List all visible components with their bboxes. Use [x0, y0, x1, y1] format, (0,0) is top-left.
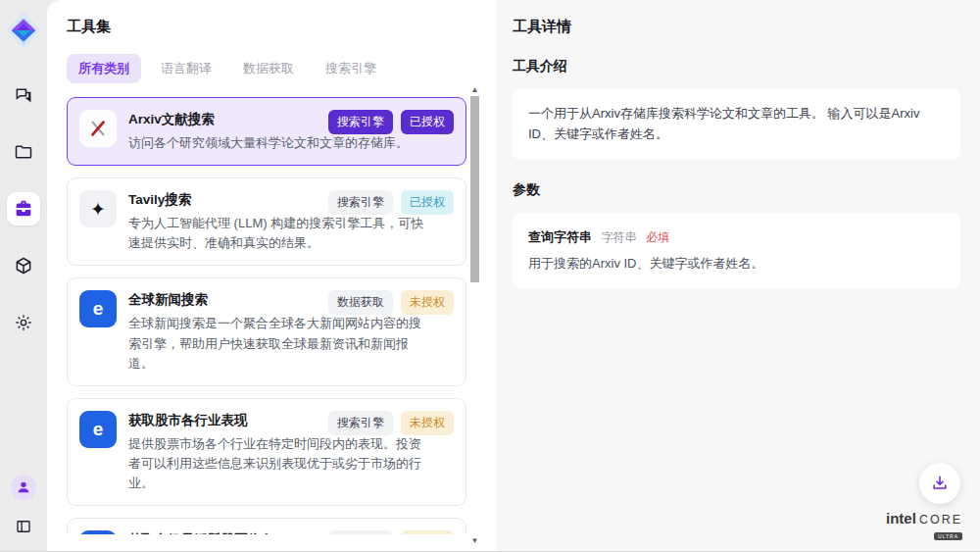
tab-3[interactable]: 搜索引擎 — [314, 54, 388, 83]
tab-1[interactable]: 语言翻译 — [149, 54, 223, 83]
params-heading: 参数 — [513, 181, 960, 199]
chat-icon[interactable] — [7, 78, 40, 112]
tool-description: 提供股票市场各个行业在特定时间段内的表现。投资者可以利用这些信息来识别表现优于或… — [128, 434, 427, 493]
tool-description: 全球新闻搜索是一个聚合全球各大新闻网站内容的搜索引擎，帮助用户快速获取全球最新资… — [128, 314, 427, 373]
intel-core-word: CORE — [919, 513, 962, 527]
tool-card[interactable]: e 全球新闻搜索 全球新闻搜索是一个聚合全球各大新闻网站内容的搜索引擎，帮助用户… — [67, 277, 466, 385]
app-window: 工具集 所有类别语言翻译数据获取搜索引擎 Arxiv文献搜索 访问各个研究领域大… — [0, 0, 980, 552]
blue-e-glyph: e — [93, 298, 104, 320]
scroll-up-icon[interactable]: ▲ — [468, 86, 481, 94]
auth-badge: 未授权 — [401, 411, 454, 435]
param-type: 字符串 — [602, 230, 637, 244]
tool-description: 访问各个研究领域大量科学论文和文章的存储库。 — [128, 133, 427, 153]
app-logo-icon — [5, 10, 42, 51]
param-name: 查询字符串 — [528, 229, 592, 244]
category-badge: 数据获取 — [328, 290, 393, 315]
category-badge: 搜索引擎 — [328, 110, 393, 134]
category-badge: 搜索引擎 — [328, 530, 393, 534]
tool-icon — [79, 110, 117, 147]
tab-2[interactable]: 数据获取 — [231, 54, 306, 83]
tab-0[interactable]: 所有类别 — [67, 54, 141, 83]
auth-badge: 已授权 — [401, 110, 454, 134]
tool-icon: e — [79, 530, 117, 534]
tool-icon: ✦ — [79, 190, 117, 227]
tool-card[interactable]: Arxiv文献搜索 访问各个研究领域大量科学论文和文章的存储库。 搜索引擎 已授… — [67, 97, 466, 166]
four-point-star-icon: ✦ — [90, 200, 106, 219]
gear-icon[interactable] — [7, 306, 40, 339]
tool-icon: e — [79, 411, 117, 448]
param-description: 用于搜索的Arxiv ID、关键字或作者姓名。 — [528, 255, 945, 273]
tool-card[interactable]: e 获取股市各行业表现 提供股票市场各个行业在特定时间段内的表现。投资者可以利用… — [67, 398, 466, 506]
tool-card[interactable]: ✦ Tavily搜索 专为人工智能代理 (LLM) 构建的搜索引擎工具，可快速提… — [67, 177, 466, 266]
download-button[interactable] — [919, 463, 960, 504]
param-required-label: 必填 — [646, 230, 669, 244]
user-avatar-icon[interactable] — [11, 475, 36, 500]
list-scrollbar[interactable]: ▲ ▼ — [468, 86, 481, 545]
param-box: 查询字符串 字符串 必填 用于搜索的Arxiv ID、关键字或作者姓名。 — [513, 213, 960, 288]
tool-description: 专为人工智能代理 (LLM) 构建的搜索引擎工具，可快速提供实时、准确和真实的结… — [128, 214, 427, 253]
intel-word: intel — [886, 510, 916, 527]
intel-core-logo: intel CORE ULTRA — [886, 510, 962, 541]
category-tabs: 所有类别语言翻译数据获取搜索引擎 — [67, 54, 497, 83]
intro-heading: 工具介绍 — [513, 58, 960, 75]
scroll-down-icon[interactable]: ▼ — [468, 537, 481, 545]
folder-icon[interactable] — [7, 135, 40, 169]
details-title: 工具详情 — [513, 18, 960, 36]
blue-e-glyph: e — [93, 419, 104, 440]
toolbox-icon-active[interactable] — [7, 192, 40, 226]
auth-badge: 未授权 — [401, 290, 454, 315]
tool-list: Arxiv文献搜索 访问各个研究领域大量科学论文和文章的存储库。 搜索引擎 已授… — [67, 97, 466, 534]
category-badge: 搜索引擎 — [328, 190, 393, 215]
panel-toggle-icon[interactable] — [11, 514, 36, 539]
icon-rail — [0, 0, 47, 551]
intel-ultra-badge: ULTRA — [934, 532, 962, 540]
auth-badge: 未授权 — [401, 530, 454, 534]
cube-icon[interactable] — [7, 249, 40, 282]
category-badge: 搜索引擎 — [328, 411, 393, 435]
tool-card[interactable]: e 获取市场最活跃股票信息 提供当天交易量最高的股票列表，投资者可以利用这些信息… — [67, 518, 466, 534]
tool-details-panel: 工具详情 工具介绍 一个用于从Arxiv存储库搜索科学论文和文章的工具。 输入可… — [497, 0, 980, 551]
intro-text: 一个用于从Arxiv存储库搜索科学论文和文章的工具。 输入可以是Arxiv ID… — [513, 89, 960, 160]
toolset-title: 工具集 — [67, 18, 497, 36]
scrollbar-thumb[interactable] — [470, 96, 479, 282]
auth-badge: 已授权 — [401, 190, 454, 215]
tool-icon: e — [79, 290, 117, 327]
toolset-panel: 工具集 所有类别语言翻译数据获取搜索引擎 Arxiv文献搜索 访问各个研究领域大… — [47, 0, 497, 551]
